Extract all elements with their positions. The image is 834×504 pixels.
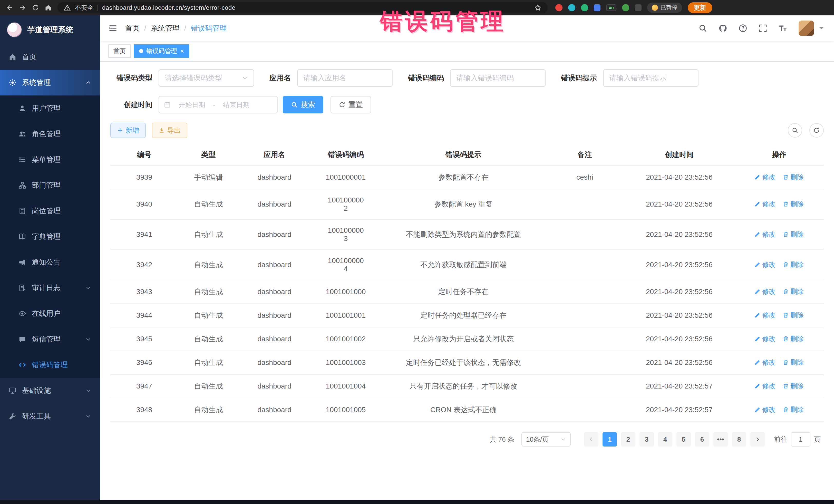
edit-button[interactable]: 修改	[754, 405, 775, 414]
sidebar-item-dict-management[interactable]: 字典管理	[0, 224, 100, 249]
user-menu[interactable]	[798, 21, 826, 36]
sidebar-item-error-code-management[interactable]: 错误码管理	[0, 352, 100, 378]
app-name-input[interactable]	[297, 69, 393, 87]
hamburger-icon[interactable]	[108, 24, 117, 33]
star-icon[interactable]	[534, 4, 542, 11]
export-button[interactable]: 导出	[152, 123, 187, 138]
sidebar-item-post-management[interactable]: 岗位管理	[0, 198, 100, 224]
edit-button[interactable]: 修改	[754, 200, 775, 209]
edit-label: 修改	[762, 173, 775, 182]
sidebar-item-dept-management[interactable]: 部门管理	[0, 172, 100, 198]
teal-extension-icon[interactable]	[568, 4, 575, 11]
delete-button[interactable]: 删除	[783, 287, 804, 296]
table-row: 3942自动生成dashboard100100000 4不允许获取敏感配置到前端…	[110, 250, 824, 280]
sidebar: 芋道管理系统 首页系统管理用户管理角色管理菜单管理部门管理岗位管理字典管理通知公…	[0, 15, 100, 500]
red-extension-icon[interactable]	[555, 4, 563, 11]
app-title: 芋道管理系统	[27, 25, 73, 35]
edit-button[interactable]: 修改	[754, 173, 775, 182]
pager-page-8[interactable]: 8	[732, 432, 746, 446]
font-size-icon[interactable]	[778, 24, 787, 32]
column-header: 错误码提示	[381, 145, 545, 166]
pager-page-1[interactable]: 1	[602, 432, 617, 446]
cell-created: 2021-04-20 23:52:56	[624, 280, 735, 304]
next-page-button[interactable]	[750, 432, 765, 446]
search-button[interactable]: 搜索	[283, 96, 323, 113]
blue-grid-extension-icon[interactable]	[594, 4, 600, 11]
puzzle-extension-icon[interactable]	[635, 4, 641, 11]
breadcrumb-item[interactable]: 系统管理	[151, 23, 180, 33]
refresh-button[interactable]	[809, 123, 824, 137]
github-icon[interactable]	[719, 24, 727, 32]
add-button[interactable]: 新增	[110, 123, 146, 138]
start-date-input[interactable]	[173, 101, 211, 109]
cell-app: dashboard	[239, 398, 310, 422]
goto-input[interactable]	[791, 432, 810, 446]
filter-error-code-type: 错误码类型 请选择错误码类型	[116, 69, 254, 87]
edit-button[interactable]: 修改	[754, 311, 775, 320]
cell-created: 2021-04-20 23:52:56	[624, 189, 735, 219]
green-extension-icon[interactable]	[581, 4, 588, 11]
column-header: 操作	[734, 145, 824, 166]
pager-more-button[interactable]: •••	[714, 432, 728, 446]
date-range-picker[interactable]: -	[159, 96, 278, 113]
edit-button[interactable]: 修改	[754, 260, 775, 269]
delete-button[interactable]: 删除	[783, 173, 804, 182]
reset-button[interactable]: 重置	[331, 96, 371, 113]
pager-page-3[interactable]: 3	[639, 432, 654, 446]
pager-page-2[interactable]: 2	[621, 432, 635, 446]
sidebar-item-dev-tools[interactable]: 研发工具	[0, 403, 100, 429]
pager-page-4[interactable]: 4	[658, 432, 672, 446]
error-code-input[interactable]	[450, 69, 546, 87]
delete-button[interactable]: 删除	[783, 405, 804, 414]
delete-button[interactable]: 删除	[783, 381, 804, 391]
delete-button[interactable]: 删除	[783, 260, 804, 269]
delete-button[interactable]: 删除	[783, 311, 804, 320]
question-icon[interactable]	[739, 24, 747, 32]
fullscreen-icon[interactable]	[759, 24, 767, 32]
breadcrumb-item[interactable]: 首页	[125, 23, 139, 33]
close-icon[interactable]: ×	[180, 48, 184, 54]
forward-icon[interactable]	[19, 4, 26, 11]
leaf-extension-icon[interactable]	[622, 4, 629, 11]
reload-icon[interactable]	[32, 4, 39, 11]
cell-created: 2021-04-20 23:52:57	[624, 398, 735, 422]
sidebar-item-online-user[interactable]: 在线用户	[0, 301, 100, 326]
delete-button[interactable]: 删除	[783, 334, 804, 343]
sidebar-item-menu-management[interactable]: 菜单管理	[0, 147, 100, 172]
sidebar-item-home[interactable]: 首页	[0, 44, 100, 70]
sidebar-item-role-management[interactable]: 角色管理	[0, 121, 100, 147]
on-badge[interactable]: on	[606, 4, 616, 11]
pager-page-6[interactable]: 6	[695, 432, 709, 446]
end-date-input[interactable]	[217, 101, 255, 109]
sidebar-item-sms-management[interactable]: 短信管理	[0, 326, 100, 352]
pager-page-5[interactable]: 5	[676, 432, 691, 446]
delete-button[interactable]: 删除	[783, 230, 804, 239]
home-icon[interactable]	[45, 4, 52, 11]
sidebar-item-user-management[interactable]: 用户管理	[0, 95, 100, 121]
edit-button[interactable]: 修改	[754, 381, 775, 391]
page-size-select[interactable]: 10条/页	[522, 432, 571, 446]
error-code-type-select[interactable]: 请选择错误码类型	[159, 69, 254, 87]
address-bar[interactable]: 不安全 dashboard.yudao.iocoder.cn/system/er…	[58, 2, 548, 13]
sidebar-item-infrastructure[interactable]: 基础设施	[0, 378, 100, 403]
error-message-input[interactable]	[603, 69, 699, 87]
back-icon[interactable]	[6, 4, 13, 11]
toggle-search-button[interactable]	[788, 123, 802, 137]
update-button[interactable]: 更新	[688, 2, 712, 13]
sidebar-item-system-management[interactable]: 系统管理	[0, 70, 100, 95]
edit-button[interactable]: 修改	[754, 230, 775, 239]
edit-button[interactable]: 修改	[754, 334, 775, 343]
edit-button[interactable]: 修改	[754, 358, 775, 367]
sidebar-item-audit-log[interactable]: 审计日志	[0, 275, 100, 301]
edit-icon	[754, 359, 761, 366]
sidebar-item-notice[interactable]: 通知公告	[0, 249, 100, 275]
edit-button[interactable]: 修改	[754, 287, 775, 296]
prev-page-button[interactable]	[584, 432, 598, 446]
delete-button[interactable]: 删除	[783, 200, 804, 209]
profile-paused-badge[interactable]: 已暂停	[647, 3, 682, 13]
tab-home[interactable]: 首页	[108, 44, 131, 58]
cell-type: 手动编辑	[178, 166, 239, 189]
delete-button[interactable]: 删除	[783, 358, 804, 367]
tab-error-code[interactable]: 错误码管理 ×	[134, 44, 189, 58]
search-icon[interactable]	[699, 24, 707, 32]
